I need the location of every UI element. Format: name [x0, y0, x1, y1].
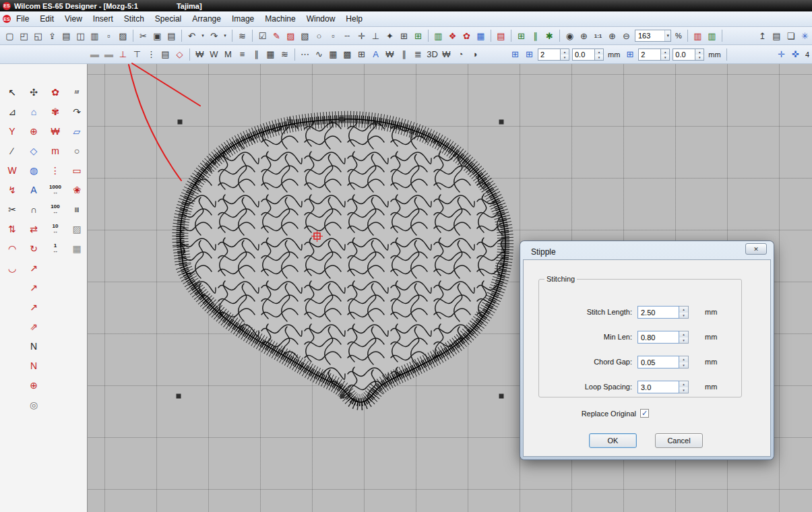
fan-tool-icon[interactable]: ◠ [3, 241, 21, 257]
jump-stitches-icon[interactable]: ⋮ [145, 48, 158, 61]
selection-handle[interactable] [499, 394, 504, 399]
select-object-tool-icon[interactable]: ↖ [3, 84, 21, 100]
grid-offset-y-spinner[interactable]: ▴▾ [695, 49, 704, 61]
zoom-out-icon[interactable]: ⊖ [620, 29, 633, 42]
menu-machine[interactable]: Machine [259, 12, 301, 26]
fill-red-icon[interactable]: ▨ [284, 29, 297, 42]
stitch-length-spinner[interactable]: ▴▾ [679, 306, 689, 319]
chord-gap-input[interactable] [637, 356, 679, 369]
ring-outline-icon[interactable]: ◔ [454, 48, 467, 61]
open-design-icon[interactable]: ◰ [18, 29, 30, 42]
rotate-tool-icon[interactable]: ↻ [25, 241, 42, 257]
swap-tool-icon[interactable]: ⇄ [25, 221, 42, 237]
menu-view[interactable]: View [59, 12, 88, 26]
stipple-fill-icon[interactable]: ≣ [412, 48, 425, 61]
redo-history-icon[interactable]: ▾ [222, 29, 228, 42]
color-film-icon[interactable]: ∥ [529, 29, 542, 42]
design-properties-icon[interactable]: ✱ [543, 29, 556, 42]
marker-tool-icon[interactable]: ✦ [383, 29, 396, 42]
design-worksheet-icon[interactable]: ▤ [770, 29, 783, 42]
target-tool-icon[interactable]: ⊕ [25, 123, 42, 139]
column-fill-icon[interactable]: ∥ [250, 48, 263, 61]
reshape-tool-icon[interactable]: ✣ [25, 84, 42, 100]
es-document-icon[interactable]: ▤ [495, 29, 507, 42]
chord-gap-spinner[interactable]: ▴▾ [679, 356, 689, 369]
grid-spacing-y-spinner[interactable]: ▴▾ [661, 49, 670, 61]
min-len-input[interactable] [637, 331, 679, 344]
output-design-icon[interactable]: ↥ [756, 29, 769, 42]
paste-icon[interactable]: ▤ [165, 29, 178, 42]
branching-tool-icon[interactable]: Y [3, 123, 21, 139]
title-bar[interactable]: ES Wilcom ES-65 Designer - [Mozg-5:1 Taj… [0, 0, 812, 11]
ellipse-select-icon[interactable]: ○ [313, 29, 325, 42]
sprout-tool-icon[interactable]: ✾ [46, 104, 64, 120]
ring-fill-icon[interactable]: ◑ [468, 48, 481, 61]
copy-icon[interactable]: ▣ [151, 29, 164, 42]
selection-handle[interactable] [340, 117, 344, 122]
menu-image[interactable]: Image [226, 12, 259, 26]
zigzag-input-tool-icon[interactable]: W [3, 162, 21, 179]
move-design-icon[interactable]: ✛ [775, 48, 788, 61]
fill-light-icon[interactable]: ▧ [299, 29, 311, 42]
thread-colors-icon[interactable]: ▥ [691, 29, 704, 42]
motif-run-icon[interactable]: ⋯ [299, 48, 311, 61]
print-to-embroidery-icon[interactable]: ▥ [88, 29, 101, 42]
menu-stitch[interactable]: Stitch [119, 12, 150, 26]
menu-insert[interactable]: Insert [88, 12, 119, 26]
digitize-tool-icon[interactable]: ✎ [270, 29, 283, 42]
3d-warp-icon[interactable]: 3D [426, 48, 439, 61]
m-stitch-tool-icon[interactable]: m [46, 143, 64, 159]
motif-tool-icon[interactable]: ✿ [460, 29, 473, 42]
reverse-stitch-tool-icon[interactable]: ⇅ [3, 221, 21, 237]
zoom-in-icon[interactable]: ⊕ [606, 29, 619, 42]
wave-fill-icon[interactable]: ≋ [278, 48, 291, 61]
n-curve-tool-icon[interactable]: N [25, 338, 42, 354]
menu-window[interactable]: Window [301, 12, 341, 26]
satin-column-tool-icon[interactable]: ₩ [46, 123, 64, 139]
grid-offset-x[interactable]: 0.0▴▾ [572, 49, 604, 61]
center-point-tool-icon[interactable]: ⊕ [25, 377, 42, 393]
run-stitch-tool-2-icon[interactable]: ↗ [25, 299, 42, 315]
monogram-tool-icon[interactable]: ∩ [25, 201, 42, 218]
zigzag-stitch-icon[interactable]: M [222, 48, 235, 61]
trapunto-icon[interactable]: ₩ [440, 48, 453, 61]
arc-tool-icon[interactable]: ↷ [68, 104, 86, 120]
grid-offset-x-spinner[interactable]: ▴▾ [595, 49, 604, 61]
min-len-spinner[interactable]: ▴▾ [679, 331, 689, 344]
crosshair-tool-icon[interactable]: ✛ [355, 29, 368, 42]
needle-point-icon[interactable]: ⊥ [369, 29, 382, 42]
stitch-player-icon[interactable]: ≋ [236, 29, 249, 42]
ellipse-tool-icon[interactable]: ○ [68, 143, 86, 159]
fancy-fill-icon[interactable]: ₩ [383, 48, 396, 61]
tatami-fill-icon[interactable]: ▦ [264, 48, 277, 61]
background-setup-icon[interactable]: ▥ [706, 29, 718, 42]
next-object-icon[interactable]: ▬ [102, 48, 115, 61]
color-objects-icon[interactable]: ❖ [446, 29, 459, 42]
prev-object-icon[interactable]: ▬ [88, 48, 101, 61]
shape-tool-icon[interactable]: ◇ [25, 143, 42, 159]
stipple-dialog[interactable]: Stipple ✕ Stitching Stitch Length:▴▾mmMi… [520, 241, 774, 459]
selection-handle[interactable] [178, 120, 183, 125]
zoom-box-icon[interactable]: ⊕ [577, 29, 590, 42]
app-menu-icon[interactable]: ES [3, 15, 11, 23]
overview-window-icon[interactable]: ⊞ [515, 29, 528, 42]
grid-spacing-y[interactable]: 2▴▾ [638, 49, 670, 61]
grid-offset-y[interactable]: 0.0▴▾ [673, 49, 704, 61]
column-dots-tool-icon[interactable]: ⋮ [46, 162, 64, 179]
send-to-machine-icon[interactable]: ▫ [102, 29, 115, 42]
zoom-scale-100-icon[interactable]: 100 ↔ [46, 201, 64, 218]
rectangle-tool-icon[interactable]: ▭ [68, 162, 86, 179]
zoom-scale-1000-icon[interactable]: 1000 ↔ [46, 182, 64, 198]
pentagon-tool-icon[interactable]: ⌂ [25, 104, 42, 120]
save-design-icon[interactable]: ◱ [32, 29, 44, 42]
run-stitch-tool-1-icon[interactable]: ↗ [25, 280, 42, 296]
contour-fill-icon[interactable]: ∥ [398, 48, 410, 61]
hoop-center-tool-icon[interactable]: ◎ [25, 397, 42, 413]
cancel-button[interactable]: Cancel [655, 433, 703, 448]
chevron-down-icon[interactable]: ▾ [664, 30, 670, 41]
penetration-tool-icon[interactable]: ↯ [3, 182, 21, 198]
carving-stamp-icon[interactable]: ▦ [474, 29, 487, 42]
redo-icon[interactable]: ↷ [208, 29, 220, 42]
replace-original-checkbox[interactable]: ✓ [640, 409, 649, 418]
grid-show-icon[interactable]: ⊞ [509, 48, 522, 61]
